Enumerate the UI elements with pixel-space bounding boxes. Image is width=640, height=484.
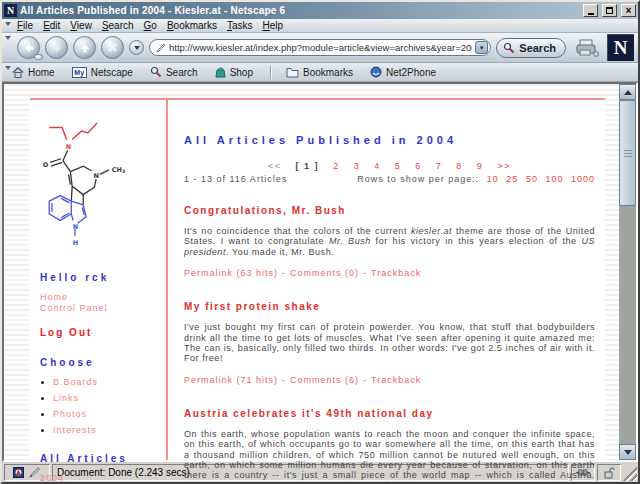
pagination-page-4[interactable]: 4 xyxy=(374,161,381,171)
personal-item-label: Shop xyxy=(230,67,253,78)
scrollbar-track[interactable] xyxy=(619,206,636,444)
list-item: Photos xyxy=(53,409,166,420)
footer-separator: - xyxy=(363,375,367,385)
window-resize-grip[interactable] xyxy=(623,464,637,481)
pagination-prev[interactable]: << xyxy=(268,161,282,171)
comments-link[interactable]: Comments (0) xyxy=(290,268,359,278)
svg-text:N: N xyxy=(66,143,71,151)
vertical-scrollbar[interactable] xyxy=(619,84,636,460)
forward-arrow-icon xyxy=(51,42,63,54)
pagination-page-6[interactable]: 6 xyxy=(415,161,422,171)
menu-search[interactable]: Search xyxy=(97,20,139,31)
shop-bag-icon xyxy=(215,66,226,78)
sidebar-link-links[interactable]: Links xyxy=(53,393,79,403)
rows-option-50[interactable]: 50 xyxy=(526,174,538,184)
reload-icon xyxy=(79,42,91,54)
rows-option-25[interactable]: 25 xyxy=(506,174,518,184)
trackback-link[interactable]: Trackback xyxy=(371,375,421,385)
bookmarks-folder-icon xyxy=(286,67,299,78)
pagination-current-page: [ 1 ] xyxy=(296,161,320,171)
menu-file[interactable]: File xyxy=(12,20,38,31)
sidebar-link-home[interactable]: Home xyxy=(40,292,166,303)
close-icon: × xyxy=(626,6,632,15)
url-text: http://www.kiesler.at/index.php?module=a… xyxy=(169,42,472,53)
title-bar[interactable]: N All Articles Published in 2004 - Kiesl… xyxy=(2,2,638,19)
article-text: It's no coincidence that the colors of t… xyxy=(184,226,411,236)
sidebar-link-2004[interactable]: 2004 xyxy=(40,473,166,484)
sidebar-link-photos[interactable]: Photos xyxy=(53,409,87,419)
menu-tasks[interactable]: Tasks xyxy=(222,20,258,31)
pagination-page-9[interactable]: 9 xyxy=(477,161,484,171)
trackback-link[interactable]: Trackback xyxy=(371,268,421,278)
close-button[interactable]: × xyxy=(621,4,636,17)
back-button[interactable] xyxy=(17,36,40,59)
menu-bookmarks[interactable]: Bookmarks xyxy=(162,20,222,31)
pagination-next[interactable]: >> xyxy=(497,161,511,171)
rows-per-page-label: Rows to show per page:: xyxy=(357,174,479,184)
stop-button[interactable] xyxy=(101,36,124,59)
menu-edit[interactable]: Edit xyxy=(38,20,65,31)
pagination-page-5[interactable]: 5 xyxy=(395,161,402,171)
url-input[interactable]: http://www.kiesler.at/index.php?module=a… xyxy=(149,39,491,56)
menu-help[interactable]: Help xyxy=(258,20,289,31)
article: My first protein shake I've just bought … xyxy=(184,301,595,385)
toolbar-grippy[interactable] xyxy=(3,63,12,81)
search-button-label: Search xyxy=(519,42,556,54)
sidebar-link-bboards[interactable]: B.Boards xyxy=(53,377,98,387)
pagination-page-2[interactable]: 2 xyxy=(333,161,340,171)
back-history-dropdown[interactable] xyxy=(34,54,43,60)
permalink-link[interactable]: Permalink (63 hits) xyxy=(184,268,278,278)
footer-separator: - xyxy=(363,268,367,278)
personal-item-my-netscape[interactable]: My Netscape xyxy=(72,67,133,78)
toolbar-grippy[interactable] xyxy=(3,33,12,62)
rows-option-1000[interactable]: 1000 xyxy=(571,174,595,184)
personal-item-home[interactable]: Home xyxy=(12,67,55,78)
navigation-toolbar: http://www.kiesler.at/index.php?module=a… xyxy=(2,33,638,63)
personal-item-search[interactable]: Search xyxy=(150,66,198,78)
pagination: << [ 1 ] 2 3 4 5 6 7 8 9 >> xyxy=(184,161,595,184)
personal-item-net2phone[interactable]: Net2Phone xyxy=(370,66,436,78)
article-title: Congratulations, Mr. Bush xyxy=(184,205,595,216)
browser-viewport: N O xyxy=(2,82,638,462)
toolbar-grippy[interactable] xyxy=(3,19,12,32)
sidebar-link-interests[interactable]: Interests xyxy=(53,425,97,435)
menu-view[interactable]: View xyxy=(65,20,97,31)
bookmark-pen-icon xyxy=(156,43,166,53)
personal-item-label: Bookmarks xyxy=(303,67,353,78)
sidebar-link-control-panel[interactable]: Control Panel xyxy=(40,303,166,314)
minimize-button[interactable] xyxy=(583,4,598,17)
list-item: Links xyxy=(53,393,166,404)
pagination-info-row: 1 - 13 of 116 Articles Rows to show per … xyxy=(184,174,595,184)
personal-item-label: Netscape xyxy=(91,67,133,78)
permalink-link[interactable]: Permalink (71 hits) xyxy=(184,375,278,385)
reload-button[interactable] xyxy=(73,36,96,59)
page-proxy-dropdown[interactable] xyxy=(129,40,144,55)
article-text: for his victory in this years election o… xyxy=(371,236,582,246)
menu-go[interactable]: Go xyxy=(139,20,162,31)
unlocked-padlock-icon[interactable] xyxy=(604,467,615,479)
url-history-dropdown[interactable]: ▼ xyxy=(475,41,488,54)
sidebar-link-logout[interactable]: Log Out xyxy=(40,327,166,338)
comments-link[interactable]: Comments (6) xyxy=(290,375,359,385)
page-main: All Articles Published in 2004 << [ 1 ] … xyxy=(168,100,605,460)
netscape-throbber[interactable]: N xyxy=(607,34,634,61)
article-text: . You made it, Mr. Bush. xyxy=(226,247,334,257)
personal-item-shop[interactable]: Shop xyxy=(215,66,253,78)
scrollbar-thumb[interactable] xyxy=(619,100,636,206)
thumb-grip-icon xyxy=(624,150,632,157)
forward-button[interactable] xyxy=(45,36,68,59)
maximize-button[interactable] xyxy=(602,4,617,17)
pagination-page-3[interactable]: 3 xyxy=(354,161,361,171)
navigator-icon[interactable] xyxy=(13,467,24,478)
scroll-down-button[interactable] xyxy=(619,444,636,460)
print-icon[interactable] xyxy=(574,38,600,58)
rows-option-100[interactable]: 100 xyxy=(545,174,563,184)
rows-option-10[interactable]: 10 xyxy=(487,174,499,184)
personal-item-bookmarks[interactable]: Bookmarks xyxy=(286,67,353,78)
scroll-up-button[interactable] xyxy=(619,84,636,100)
article-footer: Permalink (63 hits)-Comments (0)-Trackba… xyxy=(184,268,595,278)
search-button[interactable]: Search xyxy=(496,38,566,58)
pagination-page-7[interactable]: 7 xyxy=(436,161,443,171)
pagination-page-8[interactable]: 8 xyxy=(456,161,463,171)
article-text-italic: Mr. Bush xyxy=(329,236,371,246)
